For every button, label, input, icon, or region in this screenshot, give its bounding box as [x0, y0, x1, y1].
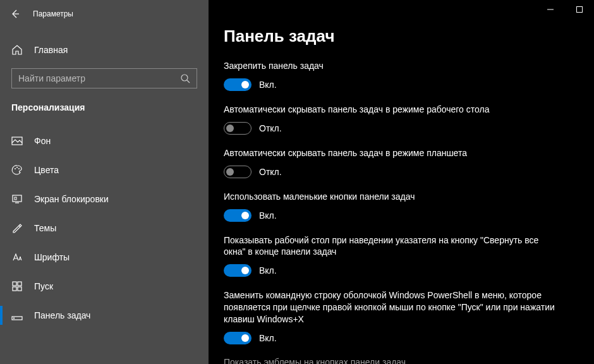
toggle-row: Откл.	[224, 166, 559, 178]
svg-point-0	[181, 75, 188, 81]
setting-label: Автоматически скрывать панель задач в ре…	[224, 147, 559, 159]
minimize-icon	[547, 6, 554, 13]
home-icon	[11, 44, 23, 56]
main-panel: Панель задач Закрепить панель задачВкл.А…	[209, 0, 594, 364]
nav-list: Фон Цвета Экран блокировки Темы Шрифты П…	[0, 126, 209, 330]
setting-row: Показывать рабочий стол при наведении ук…	[224, 234, 559, 277]
toggle-state-label: Вкл.	[259, 80, 277, 90]
toggle-row: Вкл.	[224, 264, 559, 277]
search-container	[0, 62, 209, 92]
sidebar-item-label: Пуск	[34, 281, 53, 291]
themes-icon	[11, 222, 23, 234]
setting-row: Закрепить панель задачВкл.	[224, 60, 559, 91]
search-input[interactable]	[18, 73, 180, 83]
page-title: Панель задач	[224, 27, 579, 46]
setting-label: Использовать маленькие кнопки панели зад…	[224, 191, 559, 203]
svg-point-4	[18, 168, 20, 169]
svg-rect-13	[577, 7, 583, 13]
toggle-switch[interactable]	[224, 209, 252, 222]
toggle-switch[interactable]	[224, 166, 252, 178]
home-label: Главная	[34, 45, 68, 55]
window-title: Параметры	[33, 9, 73, 18]
arrow-left-icon	[10, 9, 20, 19]
window-controls	[536, 0, 594, 19]
svg-rect-10	[18, 287, 21, 291]
sidebar-item-colors[interactable]: Цвета	[0, 155, 209, 185]
toggle-switch[interactable]	[224, 122, 252, 135]
setting-row: Автоматически скрывать панель задач в ре…	[224, 147, 559, 178]
svg-rect-12	[13, 318, 15, 319]
settings-list: Закрепить панель задачВкл.Автоматически …	[224, 60, 579, 344]
toggle-knob	[241, 81, 249, 88]
sidebar-item-label: Панель задач	[34, 310, 90, 320]
sidebar-item-themes[interactable]: Темы	[0, 214, 209, 243]
start-icon	[11, 281, 23, 292]
sidebar-item-label: Фон	[34, 136, 51, 146]
sidebar-item-start[interactable]: Пуск	[0, 272, 209, 301]
maximize-icon	[576, 6, 583, 13]
maximize-button[interactable]	[565, 0, 594, 19]
setting-row: Заменить командную строку оболочкой Wind…	[224, 289, 559, 344]
sidebar-item-taskbar[interactable]: Панель задач	[0, 301, 209, 330]
toggle-state-label: Вкл.	[259, 333, 277, 343]
lockscreen-icon	[11, 193, 23, 205]
taskbar-icon	[11, 310, 23, 321]
fonts-icon	[11, 252, 23, 263]
setting-label: Заменить командную строку оболочкой Wind…	[224, 289, 559, 325]
toggle-row: Вкл.	[224, 78, 559, 91]
picture-icon	[11, 135, 23, 147]
toggle-row: Вкл.	[224, 209, 559, 222]
svg-rect-8	[18, 282, 21, 286]
toggle-switch[interactable]	[224, 332, 252, 344]
svg-rect-6	[15, 197, 16, 200]
toggle-knob	[241, 267, 249, 274]
setting-label: Закрепить панель задач	[224, 60, 559, 72]
svg-rect-7	[13, 282, 16, 286]
toggle-knob	[226, 168, 234, 176]
svg-rect-9	[13, 287, 16, 291]
setting-row: Использовать маленькие кнопки панели зад…	[224, 191, 559, 222]
minimize-button[interactable]	[536, 0, 565, 19]
sidebar-item-label: Темы	[34, 223, 56, 233]
home-nav[interactable]: Главная	[0, 38, 209, 62]
titlebar: Параметры	[0, 0, 209, 28]
svg-point-3	[16, 167, 18, 168]
setting-row: Автоматически скрывать панель задач в ре…	[224, 104, 559, 135]
sidebar-item-label: Цвета	[34, 165, 59, 175]
toggle-state-label: Вкл.	[259, 210, 277, 221]
toggle-switch[interactable]	[224, 78, 252, 91]
sidebar-item-label: Шрифты	[34, 252, 70, 262]
sidebar-item-fonts[interactable]: Шрифты	[0, 243, 209, 272]
sidebar-item-label: Экран блокировки	[34, 194, 109, 204]
svg-point-2	[15, 168, 16, 169]
footer-label: Показать эмблемы на кнопках панели задач	[224, 357, 579, 364]
setting-label: Автоматически скрывать панель задач в ре…	[224, 104, 559, 116]
back-button[interactable]	[9, 8, 21, 20]
toggle-row: Откл.	[224, 122, 559, 135]
setting-label: Показывать рабочий стол при наведении ук…	[224, 234, 559, 258]
search-box[interactable]	[11, 68, 197, 88]
sidebar-item-lockscreen[interactable]: Экран блокировки	[0, 185, 209, 214]
toggle-knob	[241, 212, 249, 219]
toggle-knob	[226, 124, 234, 132]
svg-rect-5	[13, 195, 21, 202]
toggle-state-label: Вкл.	[259, 265, 277, 276]
toggle-state-label: Откл.	[259, 167, 282, 177]
toggle-row: Вкл.	[224, 332, 559, 344]
search-icon	[180, 73, 190, 83]
sidebar: Параметры Главная Персонализация Фон Цве…	[0, 0, 209, 364]
toggle-knob	[241, 334, 249, 342]
section-label: Персонализация	[0, 92, 209, 119]
toggle-state-label: Откл.	[259, 123, 282, 133]
toggle-switch[interactable]	[224, 264, 252, 277]
sidebar-item-background[interactable]: Фон	[0, 126, 209, 155]
palette-icon	[11, 164, 23, 176]
